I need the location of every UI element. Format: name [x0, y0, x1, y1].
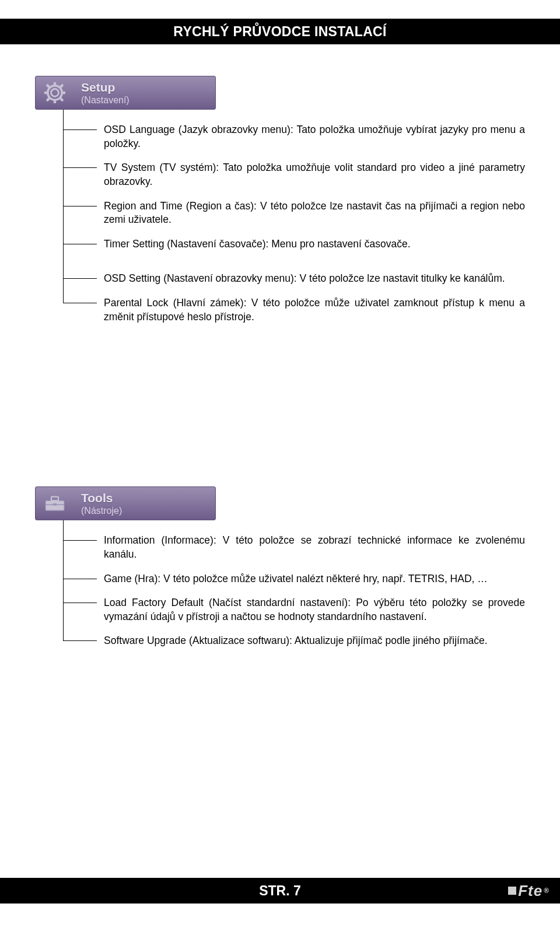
section-header-tools: Tools (Nástroje)	[35, 486, 216, 520]
section-subtitle: (Nastavení)	[81, 95, 130, 106]
header-bar: RYCHLÝ PRŮVODCE INSTALACÍ	[0, 19, 560, 44]
toolbox-icon	[43, 491, 67, 516]
page-title: RYCHLÝ PRŮVODCE INSTALACÍ	[173, 24, 386, 40]
section-title: Tools	[81, 491, 113, 505]
svg-point-1	[48, 86, 62, 100]
svg-point-0	[51, 89, 59, 97]
tree-item: Software Upgrade (Aktualizace softwaru):…	[35, 629, 525, 653]
tree-item: Information (Informace): V této položce …	[35, 528, 525, 566]
footer-bar: STR. 7	[0, 878, 560, 904]
tree-item: Timer Setting (Nastavení časovače): Menu…	[35, 232, 525, 257]
tree-item: Region and Time (Region a čas): V této p…	[35, 194, 525, 232]
tree-item: Parental Lock (Hlavní zámek): V této pol…	[35, 291, 525, 329]
tree-tools: Information (Informace): V této položce …	[35, 520, 525, 653]
gear-icon	[43, 80, 67, 105]
page-number: STR. 7	[259, 883, 301, 899]
tree-item: OSD Language (Jazyk obrazovky menu): Tat…	[35, 118, 525, 156]
svg-rect-5	[53, 503, 57, 506]
content-area: Setup (Nastavení) OSD Language (Jazyk ob…	[35, 76, 525, 653]
tree-item: Load Factory Default (Načíst standardní …	[35, 591, 525, 629]
logo-right: Fte®	[508, 879, 550, 902]
section-title: Setup	[81, 80, 115, 94]
tree-setup: OSD Language (Jazyk obrazovky menu): Tat…	[35, 110, 525, 329]
section-header-setup: Setup (Nastavení)	[35, 76, 216, 110]
tree-item: Game (Hra): V této položce může uživatel…	[35, 567, 525, 591]
group-gap	[35, 256, 525, 267]
tree-item: OSD Setting (Nastavení obrazovky menu): …	[35, 267, 525, 291]
section-subtitle: (Nástroje)	[81, 506, 122, 516]
svg-rect-4	[51, 497, 58, 501]
tree-item: TV System (TV systém): Tato položka umož…	[35, 156, 525, 194]
